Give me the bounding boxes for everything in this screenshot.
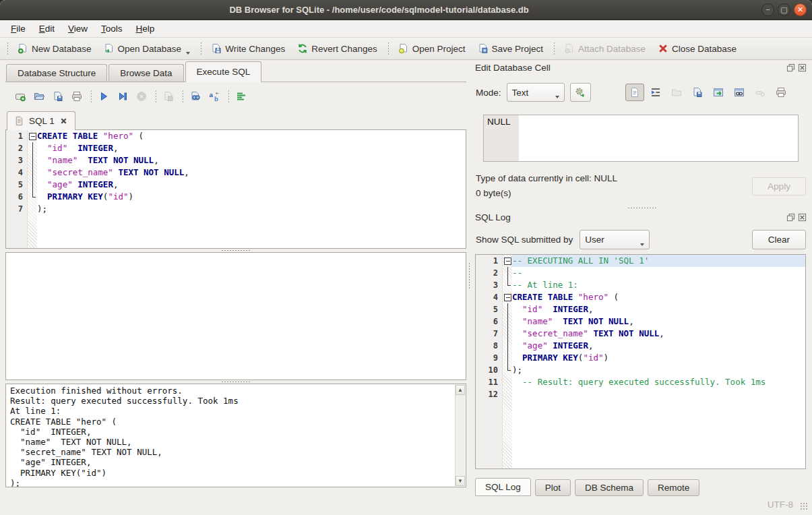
log-panel-header: SQL Log	[475, 212, 807, 222]
fold-margin-cell	[503, 388, 512, 400]
menu-file[interactable]: File	[4, 22, 32, 36]
open-project-icon	[398, 43, 409, 54]
sql-code-editor[interactable]: 1CREATE TABLE "hero" (2 "id" INTEGER,3 "…	[5, 129, 466, 249]
minimize-button[interactable]: −	[761, 3, 774, 16]
close-button[interactable]: ✕	[794, 3, 807, 16]
tab-browse-data[interactable]: Browse Data	[108, 64, 183, 82]
tab-remote[interactable]: Remote	[648, 479, 699, 496]
fold-marker-icon[interactable]	[28, 130, 37, 142]
save-sql-file-button[interactable]	[49, 88, 67, 105]
set-null-button	[751, 84, 770, 101]
code-line: 7 "secret_name" TEXT NOT NULL,	[476, 328, 805, 340]
mode-select[interactable]: Text	[507, 83, 565, 102]
stop-icon	[136, 91, 147, 102]
log-filter-label: Show SQL submitted by	[476, 235, 573, 245]
print-cell-button[interactable]	[772, 84, 790, 101]
find-replace-button[interactable]: ab	[205, 88, 224, 105]
code-line: 9 PRIMARY KEY("id")	[476, 352, 805, 364]
scroll-up-icon[interactable]: ▲	[456, 385, 465, 395]
fold-marker-icon[interactable]	[503, 255, 512, 267]
execute-all-button[interactable]	[94, 88, 113, 105]
message-log-scrollbar[interactable]: ▲ ▼	[455, 385, 465, 486]
sql-log-view[interactable]: 1-- EXECUTING ALL IN 'SQL 1'2--3-- At li…	[475, 254, 806, 469]
write-changes-button[interactable]: Write Changes	[205, 40, 291, 57]
chevron-down-icon	[555, 96, 559, 98]
cell-size-info: 0 byte(s)	[476, 188, 511, 198]
print-icon	[71, 91, 82, 102]
code-text: -- Result: query executed successfully. …	[512, 376, 805, 388]
line-number: 6	[476, 315, 503, 328]
resize-grip[interactable]	[800, 502, 808, 510]
close-panel-icon[interactable]	[798, 63, 807, 72]
scrollbar-track[interactable]	[456, 395, 465, 476]
auto-apply-button[interactable]	[570, 83, 591, 102]
title-bar[interactable]: DB Browser for SQLite - /home/user/code/…	[0, 0, 812, 20]
cell-value-gutter: NULL	[484, 115, 519, 161]
execute-current-line-button[interactable]	[113, 88, 132, 105]
new-database-button[interactable]: New Database	[11, 40, 98, 57]
close-panel-icon[interactable]	[798, 213, 807, 222]
line-number: 2	[476, 267, 503, 279]
tab-sql-log[interactable]: SQL Log	[475, 478, 531, 496]
menu-tools[interactable]: Tools	[94, 22, 129, 36]
save-project-button[interactable]: Save Project	[472, 40, 550, 57]
splitter-editor-results[interactable]	[5, 249, 466, 252]
new-sql-tab-button[interactable]	[11, 88, 30, 105]
execution-message-text: Execution finished without errors. Resul…	[6, 384, 466, 487]
save-project-icon	[478, 43, 489, 54]
tab-database-structure[interactable]: Database Structure	[6, 64, 107, 82]
text-view-button[interactable]	[625, 84, 644, 101]
float-panel-icon[interactable]	[786, 63, 795, 72]
save-as-file-button[interactable]	[688, 84, 707, 101]
float-panel-icon[interactable]	[786, 213, 795, 222]
code-text: "age" INTEGER,	[512, 340, 805, 352]
code-text	[512, 388, 805, 400]
revert-changes-button[interactable]: Revert Changes	[291, 40, 383, 57]
open-project-button[interactable]: Open Project	[392, 40, 472, 57]
splitter-left-right[interactable]	[466, 60, 472, 515]
clear-log-button[interactable]: Clear	[752, 230, 806, 249]
left-panel: Database StructureBrowse DataExecute SQL…	[0, 60, 466, 515]
execution-message-log[interactable]: Execution finished without errors. Resul…	[5, 384, 466, 487]
fold-margin-cell	[503, 279, 512, 291]
log-filter-select[interactable]: User	[580, 230, 650, 249]
close-tab-icon[interactable]	[59, 117, 68, 125]
menu-view[interactable]: View	[61, 22, 94, 36]
fold-margin-cell	[503, 328, 512, 340]
sql-tab-row: SQL 1	[5, 111, 466, 130]
format-icon	[236, 91, 247, 102]
maximize-button[interactable]: ▢	[778, 3, 790, 16]
tab-plot[interactable]: Plot	[535, 479, 571, 496]
sql-tab[interactable]: SQL 1	[7, 111, 75, 130]
open-sql-file-button[interactable]	[30, 88, 49, 105]
scroll-down-icon[interactable]: ▼	[456, 476, 465, 486]
code-text: CREATE TABLE "hero" (	[37, 130, 466, 142]
cell-value-editor[interactable]: NULL	[483, 115, 799, 162]
open-external-button[interactable]	[709, 84, 728, 101]
word-wrap-button[interactable]	[646, 84, 665, 101]
fold-margin-cell	[503, 376, 512, 388]
menu-edit[interactable]: Edit	[32, 22, 61, 36]
close-database-button[interactable]: Close Database	[652, 40, 743, 57]
open-database-button[interactable]: Open Database	[98, 40, 197, 57]
copy-link-button[interactable]	[730, 84, 749, 101]
print-sql-button[interactable]	[67, 88, 86, 105]
tab-db-schema[interactable]: DB Schema	[575, 479, 644, 496]
import-file-icon	[671, 87, 682, 98]
format-sql-button[interactable]	[232, 88, 251, 105]
code-line: 3 "name" TEXT NOT NULL,	[6, 154, 466, 166]
tab-execute-sql[interactable]: Execute SQL	[185, 61, 262, 82]
code-text: -- EXECUTING ALL IN 'SQL 1'	[512, 255, 805, 267]
encoding-indicator: UTF-8	[768, 499, 793, 510]
line-number: 6	[6, 191, 28, 203]
fold-margin-cell	[28, 191, 37, 203]
main-tab-bar: Database StructureBrowse DataExecute SQL	[5, 60, 466, 82]
menu-help[interactable]: Help	[129, 22, 162, 36]
results-pane[interactable]	[5, 252, 466, 380]
code-text: "secret_name" TEXT NOT NULL,	[512, 328, 805, 340]
fold-marker-icon[interactable]	[503, 291, 512, 303]
code-text: PRIMARY KEY("id")	[512, 352, 805, 364]
main-content: Database StructureBrowse DataExecute SQL…	[0, 60, 812, 515]
find-button[interactable]	[186, 88, 205, 105]
right-panel: Edit Database Cell Mode: Text NULL Type …	[472, 60, 812, 515]
